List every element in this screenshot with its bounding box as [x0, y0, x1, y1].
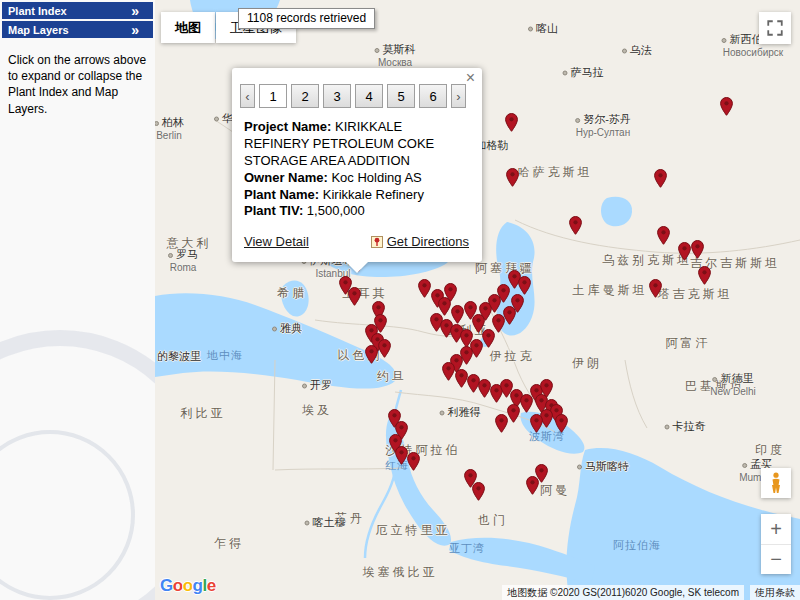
pagination-page-3[interactable]: 3: [323, 84, 351, 108]
map-marker[interactable]: [555, 414, 568, 433]
records-retrieved-badge: 1108 records retrieved: [238, 8, 375, 29]
map-marker[interactable]: [418, 279, 431, 298]
infowindow-links: View Detail Get Directions: [232, 234, 482, 249]
marker-infowindow: × ‹123456› Project Name: KIRIKKALE REFIN…: [232, 68, 482, 262]
map-marker[interactable]: [506, 168, 519, 187]
app-window: Plant Index » Map Layers » Click on the …: [0, 0, 800, 600]
map-marker[interactable]: [444, 283, 457, 302]
expand-collapse-arrow-icon[interactable]: »: [131, 4, 139, 18]
sidebar-instructions: Click on the arrows above to expand or c…: [0, 38, 155, 131]
infowindow-field: Plant Name: Kirikkale Refinery: [244, 187, 470, 204]
map-marker[interactable]: [442, 362, 455, 381]
directions-icon: [371, 236, 383, 248]
map-type-button-map[interactable]: 地图: [161, 12, 215, 43]
map-marker[interactable]: [365, 345, 378, 364]
map-marker[interactable]: [348, 287, 361, 306]
pagination: ‹123456›: [240, 84, 474, 108]
view-detail-link[interactable]: View Detail: [244, 234, 309, 249]
infowindow-field: Plant TIV: 1,500,000: [244, 203, 470, 220]
pagination-page-2[interactable]: 2: [291, 84, 319, 108]
pagination-page-6[interactable]: 6: [419, 84, 447, 108]
pagination-page-1[interactable]: 1: [259, 84, 287, 108]
zoom-control: + −: [761, 514, 791, 574]
infowindow-field: Project Name: KIRIKKALE REFINERY PETROLE…: [244, 119, 470, 170]
pagination-prev[interactable]: ‹: [240, 84, 255, 108]
google-logo[interactable]: Google: [160, 576, 216, 596]
fullscreen-icon: [766, 19, 784, 37]
expand-collapse-arrow-icon[interactable]: »: [131, 23, 139, 37]
sidebar-item-plant-index[interactable]: Plant Index »: [2, 2, 153, 19]
map-marker[interactable]: [518, 276, 531, 295]
map-marker[interactable]: [678, 242, 691, 261]
pegman-icon: [769, 472, 783, 494]
map-marker[interactable]: [495, 414, 508, 433]
fullscreen-button[interactable]: [759, 12, 791, 44]
map-marker[interactable]: [535, 464, 548, 483]
sidebar: Plant Index » Map Layers » Click on the …: [0, 0, 155, 600]
map-marker[interactable]: [654, 169, 667, 188]
map-canvas[interactable]: 哈萨克斯坦乌兹别克斯坦吉尔吉斯斯坦塔吉克斯坦土库曼斯坦阿富汗巴基斯坦印度伊朗伊拉…: [155, 0, 800, 600]
map-attribution: 地图数据 ©2020 GS(2011)6020 Google, SK telec…: [502, 585, 800, 600]
map-marker[interactable]: [698, 266, 711, 285]
infowindow-tail: [346, 262, 368, 273]
pagination-page-4[interactable]: 4: [355, 84, 383, 108]
close-icon[interactable]: ×: [466, 70, 475, 86]
map-marker[interactable]: [691, 240, 704, 259]
pagination-page-5[interactable]: 5: [387, 84, 415, 108]
get-directions-link[interactable]: Get Directions: [371, 234, 469, 249]
map-marker[interactable]: [720, 97, 733, 116]
zoom-in-button[interactable]: +: [761, 514, 791, 544]
map-marker[interactable]: [378, 339, 391, 358]
map-marker[interactable]: [407, 452, 420, 471]
attribution-text: 地图数据 ©2020 GS(2011)6020 Google, SK telec…: [502, 585, 744, 600]
terms-of-use-link[interactable]: 使用条款: [750, 585, 800, 600]
zoom-out-button[interactable]: −: [761, 544, 791, 574]
map-marker[interactable]: [530, 414, 543, 433]
map-marker[interactable]: [482, 329, 495, 348]
map-marker[interactable]: [649, 279, 662, 298]
map-marker[interactable]: [569, 216, 582, 235]
pagination-next[interactable]: ›: [451, 84, 466, 108]
panel-label: Plant Index: [8, 5, 67, 17]
map-marker[interactable]: [505, 113, 518, 132]
sidebar-item-map-layers[interactable]: Map Layers »: [2, 21, 153, 38]
map-marker[interactable]: [657, 226, 670, 245]
map-marker[interactable]: [472, 482, 485, 501]
panel-label: Map Layers: [8, 24, 69, 36]
street-view-pegman-button[interactable]: [761, 468, 791, 498]
infowindow-field: Owner Name: Koc Holding AS: [244, 170, 470, 187]
infowindow-fields: Project Name: KIRIKKALE REFINERY PETROLE…: [232, 119, 482, 220]
map-marker[interactable]: [507, 404, 520, 423]
